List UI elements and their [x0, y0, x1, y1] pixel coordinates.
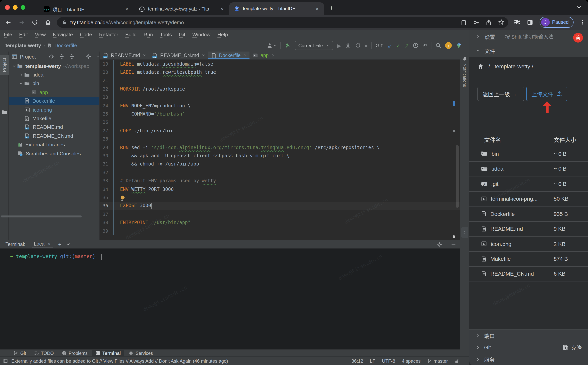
chevron-right-icon[interactable]	[18, 73, 24, 77]
editor-tab-close-icon[interactable]: ×	[202, 53, 205, 58]
section-2[interactable]: 服务	[469, 353, 588, 365]
git-push-icon[interactable]: ↗	[404, 43, 409, 48]
project-panel-hscrollbar[interactable]	[1, 216, 82, 217]
browser-tab[interactable]: terminal-wetty-bwqryafz - Tita ×	[134, 3, 229, 15]
file-row-terminal-icon-png...[interactable]: terminal-icon-png... 50 KB	[469, 191, 588, 206]
terminal-settings-gear-icon[interactable]	[437, 241, 442, 247]
code-line-28[interactable]: 28	[99, 135, 460, 143]
editor-tab-README.md[interactable]: MD README.md ×	[99, 51, 149, 59]
file-row-Makefile[interactable]: Makefile 874 B	[469, 251, 588, 266]
section-0[interactable]: 端口	[469, 330, 588, 342]
tree-item-README.md[interactable]: MD README.md	[9, 123, 99, 132]
tree-item-template-wetty[interactable]: template-wetty~/workspac	[9, 62, 99, 70]
run-with-coverage-icon[interactable]	[355, 42, 361, 49]
locate-file-icon[interactable]	[49, 54, 54, 59]
file-browser-breadcrumb[interactable]: / template-wetty /	[477, 63, 533, 70]
share-icon[interactable]	[486, 19, 491, 25]
chevron-down-icon[interactable]	[18, 82, 24, 85]
file-row-README_CN.md[interactable]: README_CN.md 6 KB	[469, 266, 588, 281]
terminal-tab-close-icon[interactable]: ×	[48, 241, 50, 246]
git-branch-widget[interactable]: master	[427, 358, 448, 364]
lock-open-icon[interactable]	[455, 358, 460, 364]
file-name[interactable]: README.md	[490, 226, 523, 232]
tab-search-icon[interactable]	[576, 5, 582, 10]
stripe-tab-notifications[interactable]: Notifications	[460, 56, 469, 87]
file-name[interactable]: Dockerfile	[490, 211, 515, 217]
editor[interactable]: 19LABEL metadata.usesubdomain=false20LAB…	[99, 60, 460, 240]
address-bar[interactable]: try.titanide.cn/ide/web/coding/template-…	[57, 17, 508, 28]
file-row-.idea[interactable]: .idea ~ 0 B	[469, 161, 588, 176]
menu-refactor[interactable]: Refactor	[95, 32, 122, 37]
file-name[interactable]: terminal-icon-png...	[491, 196, 538, 202]
editor-tab-Dockerfile[interactable]: Dockerfile ×	[208, 51, 250, 59]
new-terminal-icon[interactable]: +	[58, 241, 61, 247]
terminal-dropdown-icon[interactable]	[66, 242, 70, 246]
editor-tab-close-icon[interactable]: ×	[272, 53, 274, 58]
run-icon[interactable]: ▶	[337, 43, 341, 48]
user-icon[interactable]	[267, 42, 276, 49]
file-name[interactable]: Makefile	[490, 256, 511, 262]
files-section-header[interactable]: 文件	[469, 43, 588, 57]
tool-window-button-terminal[interactable]: Terminal	[92, 350, 124, 357]
git-update-icon[interactable]: ↙	[387, 43, 392, 48]
collapse-all-icon[interactable]	[70, 54, 75, 59]
window-controls[interactable]	[5, 5, 25, 10]
hide-panel-icon[interactable]	[97, 54, 99, 59]
code-line-37[interactable]: 37	[99, 210, 460, 218]
code-line-19[interactable]: 19LABEL metadata.usesubdomain=false	[99, 60, 460, 68]
panel-expand-chevron[interactable]	[461, 227, 468, 238]
tab-close-icon[interactable]: ×	[219, 6, 225, 12]
code-line-27[interactable]: 27COPY ./bin /usr/bin	[99, 126, 460, 135]
tree-item-icon.png[interactable]: icon.png	[9, 105, 99, 114]
stripe-tab-project[interactable]: Project	[0, 55, 9, 75]
file-name[interactable]: .git	[491, 181, 498, 187]
code-line-29[interactable]: 29RUN sed -i 's/dl-cdn.alpinelinux.org/m…	[99, 143, 460, 152]
tree-item-bin[interactable]: bin	[9, 79, 99, 88]
panel-settings-gear-icon[interactable]	[86, 54, 91, 59]
code-line-20[interactable]: 20LABEL metadata.rewritesubpath=true	[99, 68, 460, 77]
menu-git[interactable]: Git	[175, 32, 189, 37]
menu-file[interactable]: File	[0, 32, 16, 37]
tool-window-button-problems[interactable]: Problems	[58, 350, 91, 357]
git-commit-icon[interactable]: ✓	[396, 43, 400, 48]
status-message[interactable]: Externally added files can be added to G…	[11, 358, 228, 364]
menu-window[interactable]: Window	[189, 32, 214, 37]
forward-icon[interactable]	[16, 17, 27, 27]
close-window-button[interactable]	[5, 5, 10, 10]
home-icon[interactable]	[477, 63, 484, 70]
line-ending[interactable]: LF	[370, 358, 375, 364]
upload-file-button[interactable]: 上传文件	[526, 87, 567, 101]
browser-menu-icon[interactable]	[580, 20, 585, 25]
run-configuration-select[interactable]: Current File	[295, 41, 333, 50]
browser-tab[interactable]: template-wetty - TitanIDE ×	[229, 2, 324, 15]
history-clock-icon[interactable]	[413, 42, 419, 49]
tool-window-button-todo[interactable]: TODO	[31, 350, 57, 357]
tree-item-ExternalLibraries[interactable]: External Libraries	[9, 140, 99, 149]
file-row-README.md[interactable]: README.md 9 KB	[469, 221, 588, 236]
search-icon[interactable]	[435, 42, 441, 49]
tree-item-ScratchesandConsoles[interactable]: Scratches and Consoles	[9, 149, 99, 158]
ide-feature-gem-icon[interactable]	[456, 42, 462, 49]
code-line-33[interactable]: 33# Default ENV params used by wetty	[99, 177, 460, 185]
file-encoding[interactable]: UTF-8	[382, 358, 395, 364]
stop-icon[interactable]: ■	[364, 43, 367, 48]
code-line-30[interactable]: 30 && apk add -U openssh-client sshpass …	[99, 152, 460, 160]
code-line-31[interactable]: 31 && chmod +x /usr/bin/app	[99, 160, 460, 168]
tree-item-Makefile[interactable]: Makefile	[9, 114, 99, 123]
chevron-down-icon[interactable]	[11, 64, 17, 68]
code-line-22[interactable]: 22WORKDIR /root/workspace	[99, 85, 460, 93]
breadcrumb-project[interactable]: template-wetty	[6, 42, 41, 49]
menu-help[interactable]: Help	[214, 32, 231, 37]
tree-item-app[interactable]: app	[9, 88, 99, 97]
editor-tab-close-icon[interactable]: ×	[244, 53, 246, 58]
menu-edit[interactable]: Edit	[16, 32, 31, 37]
back-icon[interactable]	[3, 17, 13, 27]
tree-item-README_CN.md[interactable]: MD README_CN.md	[9, 132, 99, 140]
editor-tab-README_CN.md[interactable]: MD README_CN.md ×	[149, 51, 208, 59]
section-git[interactable]: Git 克隆	[469, 342, 588, 354]
column-name-header[interactable]: 文件名	[484, 135, 501, 144]
minimize-window-button[interactable]	[13, 5, 18, 10]
column-size-header[interactable]: 文件大小	[554, 135, 576, 144]
editor-scrollbar[interactable]	[456, 145, 459, 208]
build-hammer-icon[interactable]	[285, 42, 291, 49]
